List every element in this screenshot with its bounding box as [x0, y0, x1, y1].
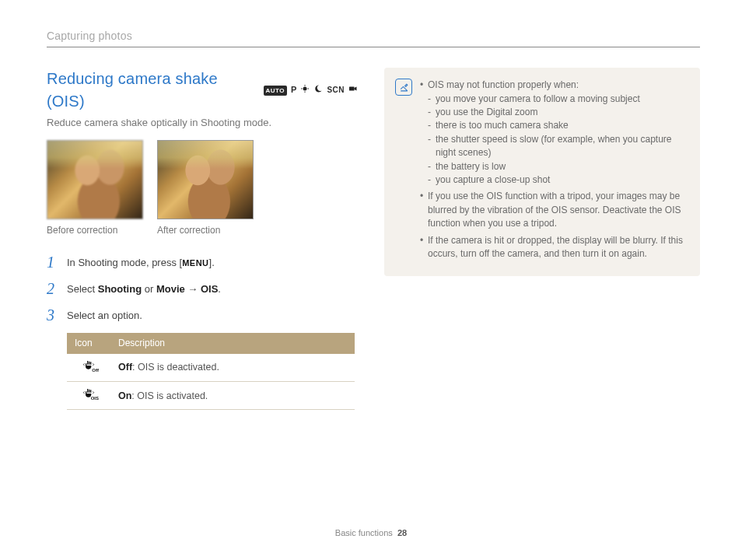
ois-off-icon: Off — [82, 359, 96, 372]
cell-icon: Off — [67, 354, 110, 382]
note-sub-bullet: the battery is low — [428, 160, 686, 173]
page-number: 28 — [397, 528, 407, 537]
note-sub-bullet: the shutter speed is slow (for example, … — [428, 133, 686, 160]
step-1: 1 In Shooting mode, press [MENU]. — [47, 254, 358, 271]
mode-p-icon: P — [291, 84, 296, 96]
mode-icons: AUTO P SCN — [264, 84, 359, 97]
page-title: Reducing camera shake (OIS) — [47, 68, 256, 113]
step-2: 2 Select Shooting or Movie → OIS. — [47, 280, 358, 297]
left-column: Reducing camera shake (OIS) AUTO P SCN R… — [47, 68, 358, 410]
subtitle: Reduce camera shake optically in Shootin… — [47, 116, 358, 131]
th-description: Description — [110, 333, 355, 354]
mode-movie-icon — [348, 84, 358, 97]
step-3: 3 Select an option. — [47, 306, 358, 324]
th-icon: Icon — [67, 333, 110, 354]
photo-before-caption: Before correction — [47, 224, 143, 237]
note-sub-bullet: you capture a close-up shot — [428, 173, 686, 187]
step-text: In Shooting mode, press [MENU]. — [67, 254, 215, 271]
note-bullet: If you use the OIS function with a tripo… — [420, 190, 686, 230]
cell-icon: OIS — [67, 382, 110, 410]
breadcrumb: Capturing photos — [47, 28, 700, 47]
photo-before-image — [47, 140, 143, 219]
note-sub-bullet: you use the Digital zoom — [428, 106, 686, 119]
ois-on-icon: OIS — [82, 387, 96, 400]
mode-auto-icon: AUTO — [264, 86, 288, 96]
photo-after-caption: After correction — [157, 224, 254, 237]
table-row: Off Off: OIS is deactivated. — [67, 354, 355, 382]
note-bullet: If the camera is hit or dropped, the dis… — [420, 234, 686, 261]
mode-night-icon — [313, 84, 323, 97]
right-column: OIS may not function properly when: you … — [384, 68, 700, 410]
note-box: OIS may not function properly when: you … — [384, 68, 700, 276]
cell-description: On: OIS is activated. — [110, 382, 355, 410]
note-sub-bullet: you move your camera to follow a moving … — [428, 93, 686, 106]
mode-scn-icon: SCN — [327, 85, 345, 96]
cell-description: Off: OIS is deactivated. — [110, 354, 355, 382]
mode-smartauto-icon — [300, 84, 310, 97]
step-number: 2 — [47, 280, 59, 297]
note-icon — [395, 79, 412, 96]
svg-rect-1 — [349, 86, 355, 90]
page-footer: Basic functions 28 — [0, 527, 742, 540]
photo-after-image — [157, 140, 254, 219]
options-table: Icon Description Off Off: OIS is deactiv… — [67, 333, 355, 411]
step-number: 1 — [47, 254, 59, 271]
step-text: Select an option. — [67, 306, 142, 324]
steps-list: 1 In Shooting mode, press [MENU]. 2 Sele… — [47, 254, 358, 324]
note-bullet: OIS may not function properly when: you … — [420, 79, 686, 187]
table-row: OIS On: OIS is activated. — [67, 382, 355, 410]
menu-label: MENU — [182, 258, 208, 268]
step-text: Select Shooting or Movie → OIS. — [67, 280, 221, 297]
photo-before: Before correction — [47, 140, 143, 237]
step-number: 3 — [47, 306, 59, 324]
photo-after: After correction — [157, 140, 254, 237]
footer-section: Basic functions — [335, 528, 393, 537]
svg-point-0 — [303, 86, 307, 90]
note-body: OIS may not function properly when: you … — [420, 79, 686, 264]
note-sub-bullet: there is too much camera shake — [428, 119, 686, 132]
